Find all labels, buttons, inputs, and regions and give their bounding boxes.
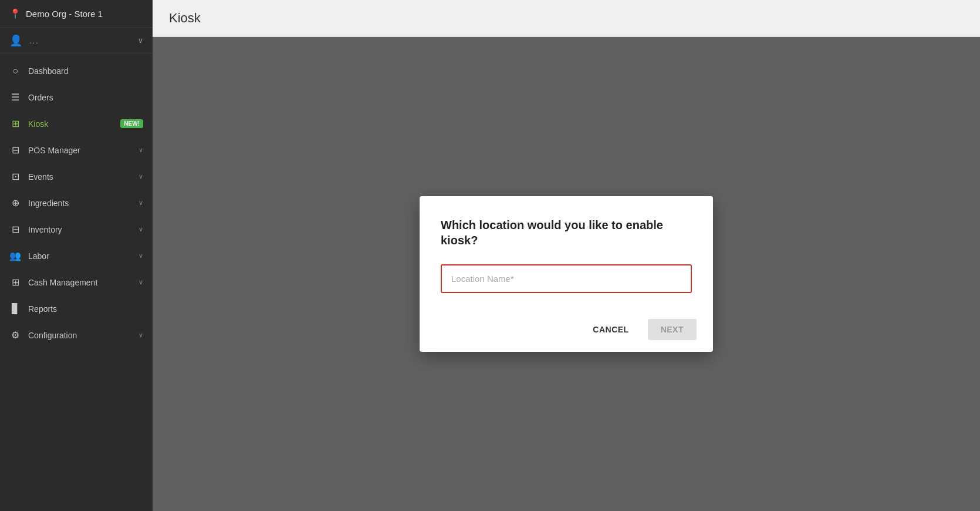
- sidebar-item-label: Labor: [28, 251, 131, 261]
- inventory-icon: ⊟: [9, 224, 21, 235]
- next-button[interactable]: NEXT: [648, 319, 697, 340]
- pin-icon: 📍: [9, 8, 21, 19]
- chevron-down-icon: ∨: [138, 252, 143, 260]
- main-content: Kiosk Which location would you like to e…: [153, 0, 980, 511]
- chevron-down-icon: ∨: [138, 199, 143, 207]
- sidebar-org-header: 📍 Demo Org - Store 1: [0, 0, 153, 28]
- modal-overlay: Which location would you like to enable …: [153, 37, 980, 511]
- sidebar-item-orders[interactable]: ☰ Orders: [0, 84, 153, 110]
- sidebar: 📍 Demo Org - Store 1 👤 ... ∨ ○ Dashboard…: [0, 0, 153, 511]
- user-icon: 👤: [9, 34, 22, 47]
- location-name-input[interactable]: [441, 264, 692, 293]
- kiosk-location-dialog: Which location would you like to enable …: [420, 196, 713, 352]
- dashboard-icon: ○: [9, 66, 21, 76]
- sidebar-item-label: POS Manager: [28, 146, 131, 155]
- orders-icon: ☰: [9, 92, 21, 103]
- sidebar-item-pos-manager[interactable]: ⊟ POS Manager ∨: [0, 137, 153, 163]
- labor-icon: 👥: [9, 250, 21, 261]
- sidebar-item-cash-management[interactable]: ⊞ Cash Management ∨: [0, 269, 153, 295]
- chevron-down-icon: ∨: [138, 173, 143, 180]
- sidebar-item-inventory[interactable]: ⊟ Inventory ∨: [0, 216, 153, 243]
- user-chevron-icon: ∨: [138, 36, 143, 45]
- configuration-icon: ⚙: [9, 330, 21, 341]
- dialog-body: Which location would you like to enable …: [420, 196, 713, 307]
- sidebar-item-label: Cash Management: [28, 278, 131, 287]
- org-name: Demo Org - Store 1: [26, 9, 103, 19]
- sidebar-user[interactable]: 👤 ... ∨: [0, 28, 153, 53]
- reports-icon: ▊: [9, 303, 21, 314]
- cash-management-icon: ⊞: [9, 277, 21, 288]
- sidebar-item-ingredients[interactable]: ⊕ Ingredients ∨: [0, 190, 153, 216]
- sidebar-item-kiosk[interactable]: ⊞ Kiosk NEW!: [0, 110, 153, 137]
- sidebar-item-label: Kiosk: [28, 119, 111, 129]
- sidebar-item-label: Reports: [28, 304, 143, 314]
- chevron-down-icon: ∨: [138, 226, 143, 233]
- sidebar-item-labor[interactable]: 👥 Labor ∨: [0, 243, 153, 269]
- main-header: Kiosk: [153, 0, 980, 37]
- sidebar-item-label: Inventory: [28, 225, 131, 234]
- sidebar-item-label: Ingredients: [28, 199, 131, 208]
- kiosk-new-badge: NEW!: [120, 119, 143, 128]
- user-dots: ...: [29, 36, 39, 45]
- sidebar-item-label: Events: [28, 172, 131, 181]
- sidebar-item-dashboard[interactable]: ○ Dashboard: [0, 58, 153, 84]
- sidebar-item-reports[interactable]: ▊ Reports: [0, 295, 153, 322]
- dialog-title: Which location would you like to enable …: [441, 217, 692, 248]
- main-body: Which location would you like to enable …: [153, 37, 980, 511]
- page-title: Kiosk: [169, 11, 201, 25]
- chevron-down-icon: ∨: [138, 146, 143, 154]
- chevron-down-icon: ∨: [138, 278, 143, 286]
- sidebar-item-configuration[interactable]: ⚙ Configuration ∨: [0, 322, 153, 348]
- sidebar-item-events[interactable]: ⊡ Events ∨: [0, 163, 153, 190]
- sidebar-nav: ○ Dashboard ☰ Orders ⊞ Kiosk NEW! ⊟ POS …: [0, 53, 153, 511]
- kiosk-icon: ⊞: [9, 118, 21, 129]
- ingredients-icon: ⊕: [9, 197, 21, 209]
- events-icon: ⊡: [9, 171, 21, 182]
- sidebar-item-label: Dashboard: [28, 66, 143, 76]
- cancel-button[interactable]: CANCEL: [581, 319, 640, 340]
- sidebar-item-label: Orders: [28, 93, 143, 102]
- dialog-footer: CANCEL NEXT: [420, 307, 713, 352]
- pos-manager-icon: ⊟: [9, 144, 21, 156]
- chevron-down-icon: ∨: [138, 331, 143, 339]
- sidebar-item-label: Configuration: [28, 331, 131, 340]
